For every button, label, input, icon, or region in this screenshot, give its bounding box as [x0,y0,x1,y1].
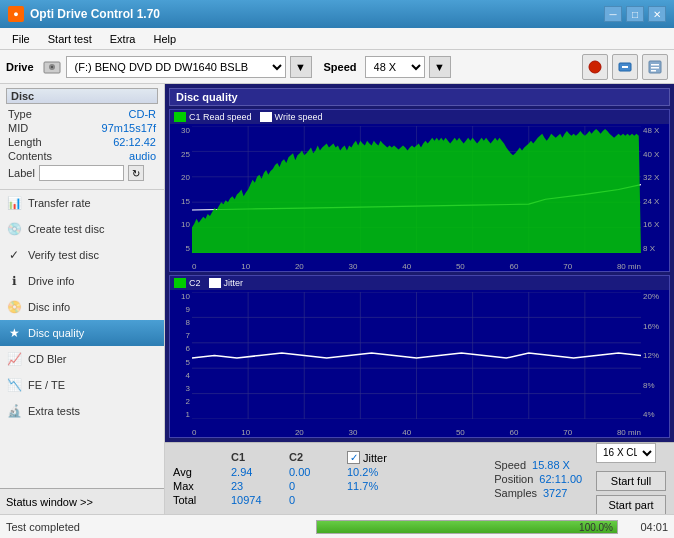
stats-total-c1: 10974 [231,494,281,506]
disc-row-contents: Contents audio [6,149,158,163]
titlebar: ● Opti Drive Control 1.70 ─ □ ✕ [0,0,674,28]
menu-start-test[interactable]: Start test [40,31,100,47]
disc-contents-value: audio [129,150,156,162]
y2-1: 1 [170,410,192,419]
stats-col-c1: C1 [231,451,281,464]
stats-total-jitter [347,494,397,506]
disc-info-icon: 📀 [6,299,22,315]
nav-disc-info-label: Disc info [28,301,70,313]
stats-bottom: C1 C2 ✓ Jitter Avg 2.94 0.00 10.2% [165,442,674,514]
drive-info-icon: ℹ [6,273,22,289]
status-text: Test completed [6,521,306,533]
stats-avg-c2: 0.00 [289,466,339,478]
nav-verify-test-disc[interactable]: ✓ Verify test disc [0,242,164,268]
y1r-label-32: 32 X [641,173,669,182]
disc-mid-value: 97m15s17f [102,122,156,134]
stats-max-row: Max 23 0 11.7% [173,479,486,493]
y2-6: 6 [170,344,192,353]
x1-50: 50 [456,262,465,271]
legend-c1-color [174,112,186,122]
y2-5: 5 [170,358,192,367]
x1-40: 40 [402,262,411,271]
disc-label-icon[interactable]: ↻ [128,165,144,181]
drive-select[interactable]: (F:) BENQ DVD DD DW1640 BSLB [66,56,286,78]
stats-avg-label: Avg [173,466,223,478]
nav-disc-info[interactable]: 📀 Disc info [0,294,164,320]
action-btn-2[interactable] [612,54,638,80]
minimize-button[interactable]: ─ [604,6,622,22]
x1-30: 30 [349,262,358,271]
stats-total-c2: 0 [289,494,339,506]
samples-label: Samples [494,487,537,499]
stats-table: C1 C2 ✓ Jitter Avg 2.94 0.00 10.2% [165,448,494,509]
app-title: Opti Drive Control 1.70 [30,7,160,21]
y1-label-25: 25 [170,150,192,159]
x2-20: 20 [295,428,304,437]
jitter-label: Jitter [363,452,387,464]
action-btn-1[interactable] [582,54,608,80]
app-icon: ● [8,6,24,22]
status-window-btn[interactable]: Status window >> [0,488,164,514]
speed-clv-select[interactable]: 16 X CLV [596,443,656,463]
x1-60: 60 [510,262,519,271]
legend-write-speed: Write speed [260,112,323,122]
nav-transfer-rate[interactable]: 📊 Transfer rate [0,190,164,216]
disc-row-length: Length 62:12.42 [6,135,158,149]
y2r-16: 16% [641,322,669,331]
drive-dropdown-btn[interactable]: ▼ [290,56,312,78]
verify-test-disc-icon: ✓ [6,247,22,263]
chart-title: Disc quality [176,91,238,103]
menubar: File Start test Extra Help [0,28,674,50]
disc-quality-icon: ★ [6,325,22,341]
toolbar: Drive (F:) BENQ DVD DD DW1640 BSLB ▼ Spe… [0,50,674,84]
nav-cd-bler[interactable]: 📈 CD Bler [0,346,164,372]
nav-drive-info[interactable]: ℹ Drive info [0,268,164,294]
nav-transfer-rate-label: Transfer rate [28,197,91,209]
stats-total-label: Total [173,494,223,506]
nav-items: 📊 Transfer rate 💿 Create test disc ✓ Ver… [0,190,164,488]
y2-10: 10 [170,292,192,301]
disc-label-input[interactable] [39,165,124,181]
nav-create-test-disc[interactable]: 💿 Create test disc [0,216,164,242]
speed-select[interactable]: 48 X [365,56,425,78]
jitter-checkbox[interactable]: ✓ [347,451,360,464]
disc-contents-label: Contents [8,150,52,162]
y2r-12: 12% [641,351,669,360]
start-part-button[interactable]: Start part [596,495,666,515]
menu-file[interactable]: File [4,31,38,47]
menu-extra[interactable]: Extra [102,31,144,47]
y2-7: 7 [170,331,192,340]
legend-c2-color [174,278,186,288]
speed-dropdown-btn[interactable]: ▼ [429,56,451,78]
disc-length-label: Length [8,136,42,148]
samples-value: 3727 [543,487,588,499]
position-row: Position 62:11.00 [494,473,588,485]
close-button[interactable]: ✕ [648,6,666,22]
speed-value: 15.88 X [532,459,577,471]
legend-jitter-color [209,278,221,288]
progress-bar-container: 100.0% [316,520,618,534]
nav-extra-tests[interactable]: 🔬 Extra tests [0,398,164,424]
speed-row: Speed 15.88 X [494,459,588,471]
disc-row-type: Type CD-R [6,107,158,121]
legend-write-speed-color [260,112,272,122]
menu-help[interactable]: Help [145,31,184,47]
start-full-button[interactable]: Start full [596,471,666,491]
action-btn-3[interactable] [642,54,668,80]
disc-section: Disc Type CD-R MID 97m15s17f Length 62:1… [0,84,164,190]
stats-col-c2: C2 [289,451,339,464]
x2-80: 80 min [617,428,641,437]
disc-label-row: Label ↻ [6,163,158,183]
stats-jitter-check: ✓ Jitter [347,451,397,464]
cd-bler-icon: 📈 [6,351,22,367]
status-window-label: Status window >> [6,496,93,508]
y1-label-20: 20 [170,173,192,182]
stats-total-row: Total 10974 0 [173,493,486,507]
maximize-button[interactable]: □ [626,6,644,22]
start-buttons: 16 X CLV Start full Start part [588,443,674,515]
disc-length-value: 62:12.42 [113,136,156,148]
nav-fe-te[interactable]: 📉 FE / TE [0,372,164,398]
drive-icon [42,57,62,77]
x2-10: 10 [241,428,250,437]
nav-disc-quality[interactable]: ★ Disc quality [0,320,164,346]
